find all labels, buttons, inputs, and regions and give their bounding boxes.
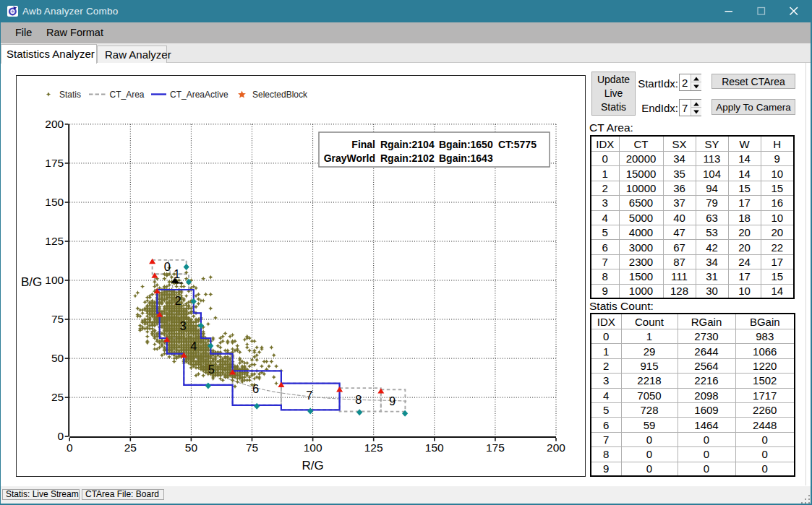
svg-text:5: 5 — [208, 363, 215, 376]
svg-text:0: 0 — [164, 260, 171, 273]
svg-text:8: 8 — [355, 393, 362, 406]
svg-text:B/G: B/G — [21, 275, 42, 289]
svg-text:Statis: Statis — [59, 90, 81, 100]
svg-text:175: 175 — [45, 157, 64, 169]
svg-text:R/G: R/G — [302, 459, 323, 472]
svg-text:CT:5775: CT:5775 — [498, 139, 537, 150]
svg-text:Rgain:2102: Rgain:2102 — [380, 152, 435, 164]
svg-text:CT_AreaActive: CT_AreaActive — [170, 90, 228, 100]
svg-text:50: 50 — [51, 352, 64, 364]
svg-text:75: 75 — [51, 313, 64, 325]
svg-text:75: 75 — [246, 441, 258, 454]
svg-text:Bgain:1643: Bgain:1643 — [439, 152, 493, 164]
svg-text:Bgain:1650: Bgain:1650 — [439, 139, 493, 150]
svg-text:0: 0 — [67, 441, 73, 454]
svg-text:GrayWorld: GrayWorld — [324, 152, 375, 164]
svg-text:25: 25 — [51, 391, 64, 403]
svg-text:50: 50 — [185, 441, 198, 454]
svg-text:6: 6 — [252, 382, 259, 395]
svg-text:200: 200 — [547, 441, 565, 454]
svg-text:Final: Final — [351, 139, 375, 150]
svg-text:9: 9 — [389, 394, 396, 407]
svg-text:3: 3 — [179, 319, 186, 332]
svg-text:CT_Area: CT_Area — [110, 90, 145, 100]
svg-text:125: 125 — [45, 235, 64, 247]
svg-text:100: 100 — [304, 441, 322, 454]
svg-text:125: 125 — [364, 441, 383, 454]
svg-text:Rgain:2104: Rgain:2104 — [380, 139, 435, 150]
svg-text:2: 2 — [175, 294, 181, 307]
svg-text:150: 150 — [45, 196, 64, 208]
svg-text:7: 7 — [306, 389, 312, 402]
svg-text:1: 1 — [174, 267, 180, 280]
svg-text:200: 200 — [45, 118, 64, 130]
svg-text:4: 4 — [190, 340, 197, 353]
svg-text:150: 150 — [425, 441, 444, 454]
svg-text:SelectedBlock: SelectedBlock — [252, 90, 308, 100]
svg-text:0: 0 — [58, 430, 64, 442]
svg-text:25: 25 — [124, 441, 137, 454]
svg-text:100: 100 — [45, 274, 64, 286]
svg-text:175: 175 — [486, 441, 505, 454]
